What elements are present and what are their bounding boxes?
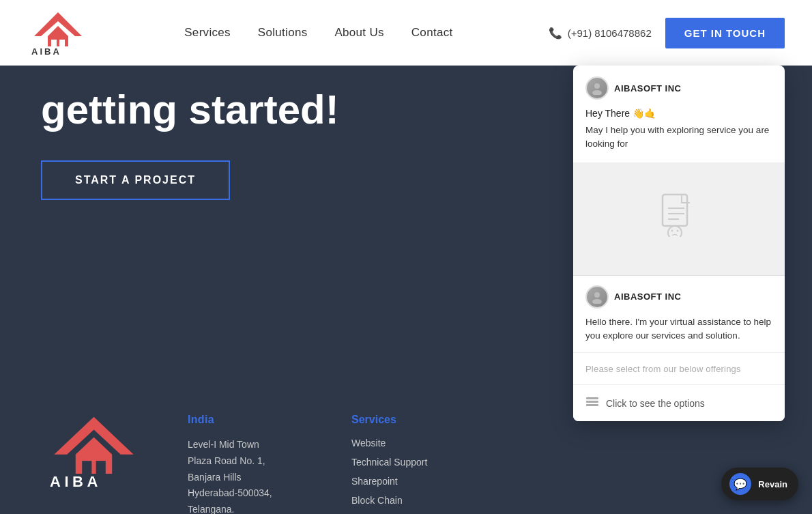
chat-cta-text: Click to see the options	[606, 398, 705, 409]
svg-rect-17	[586, 401, 598, 403]
chat-options-icon	[585, 395, 599, 412]
footer-logo: AIBA	[41, 414, 147, 491]
footer-service-website[interactable]: Website	[351, 437, 427, 449]
footer-address: Level-I Mid Town Plaza Road No. 1, Banja…	[188, 437, 310, 514]
footer-service-sharepoint[interactable]: Sharepoint	[351, 475, 427, 487]
chat-sender-name-2: AIBASOFT INC	[614, 291, 681, 302]
navbar: AIBA Services Solutions About Us Contact…	[0, 0, 812, 66]
svg-text:AIBA: AIBA	[31, 46, 61, 57]
footer-service-tech-support[interactable]: Technical Support	[351, 456, 427, 468]
chat-bubble-1: Hey There 👋🤙 May I help you with explori…	[585, 106, 772, 152]
svg-point-6	[592, 90, 602, 95]
footer-services-list: Website Technical Support Sharepoint Blo…	[351, 437, 427, 514]
chat-avatar-1	[585, 76, 609, 100]
chat-offerings-text: Please select from our below offerings	[585, 364, 741, 374]
svg-marker-1	[48, 26, 68, 46]
svg-rect-16	[586, 397, 598, 399]
avatar-icon	[590, 81, 604, 95]
chat-cta-bar[interactable]: Click to see the options	[573, 385, 785, 421]
doc-svg	[660, 193, 698, 237]
chat-message-2: AIBASOFT INC Hello there. I'm your virtu…	[573, 276, 785, 354]
logo[interactable]: AIBA	[27, 9, 89, 57]
svg-rect-21	[82, 461, 91, 474]
start-project-button[interactable]: START A PROJECT	[41, 160, 230, 200]
svg-point-14	[594, 292, 600, 298]
chat-avatar-2	[585, 285, 609, 309]
get-in-touch-button[interactable]: GET IN TOUCH	[665, 18, 785, 48]
svg-point-5	[594, 83, 600, 89]
chat-sender-name-1: AIBASOFT INC	[614, 83, 681, 94]
footer-india-heading: India	[188, 414, 310, 426]
options-icon-svg	[585, 395, 599, 408]
svg-rect-7	[663, 195, 687, 226]
revain-chat-icon: 💬	[729, 473, 751, 495]
phone-number: (+91) 8106478862	[568, 27, 652, 39]
svg-text:AIBA: AIBA	[50, 473, 102, 489]
document-icon	[660, 193, 698, 244]
footer-services-col: Services Website Technical Support Share…	[351, 414, 427, 514]
hero-section: getting started! START A PROJECT	[0, 66, 587, 227]
footer-india-col: India Level-I Mid Town Plaza Road No. 1,…	[188, 414, 310, 514]
phone-icon: 📞	[549, 27, 562, 40]
hero-title: getting started!	[41, 86, 546, 133]
logo-svg: AIBA	[27, 9, 89, 57]
svg-rect-22	[96, 461, 106, 474]
chat-sender-2: AIBASOFT INC	[585, 285, 772, 309]
svg-rect-3	[59, 40, 65, 46]
svg-point-13	[677, 230, 679, 232]
avatar-icon-2	[590, 290, 604, 304]
svg-rect-18	[586, 404, 598, 406]
footer-services-heading: Services	[351, 414, 427, 426]
chat-sender-1: AIBASOFT INC	[585, 76, 772, 100]
nav-item-contact[interactable]: Contact	[411, 26, 453, 40]
svg-point-15	[592, 299, 602, 304]
chat-image-placeholder	[573, 163, 785, 276]
nav-item-services[interactable]: Services	[184, 26, 231, 40]
svg-point-11	[668, 226, 682, 237]
phone-area: 📞 (+91) 8106478862	[549, 27, 652, 40]
nav-item-solutions[interactable]: Solutions	[258, 26, 308, 40]
nav-menu: Services Solutions About Us Contact	[184, 26, 452, 40]
footer-logo-svg: AIBA	[41, 414, 147, 489]
footer-service-blockchain[interactable]: Block Chain	[351, 494, 427, 506]
svg-marker-20	[76, 438, 112, 474]
nav-item-about[interactable]: About Us	[334, 26, 383, 40]
revain-label: Revain	[758, 479, 787, 489]
chat-offerings-bar: Please select from our below offerings	[573, 353, 785, 385]
chat-hello-text: Hello there. I'm your virtual assistance…	[585, 315, 772, 343]
chat-message-1: AIBASOFT INC Hey There 👋🤙 May I help you…	[573, 66, 785, 163]
svg-rect-2	[51, 40, 57, 46]
chat-widget: AIBASOFT INC Hey There 👋🤙 May I help you…	[573, 66, 785, 421]
navbar-right: 📞 (+91) 8106478862 GET IN TOUCH	[549, 18, 785, 48]
revain-badge[interactable]: 💬 Revain	[721, 468, 798, 500]
svg-point-12	[671, 230, 673, 232]
